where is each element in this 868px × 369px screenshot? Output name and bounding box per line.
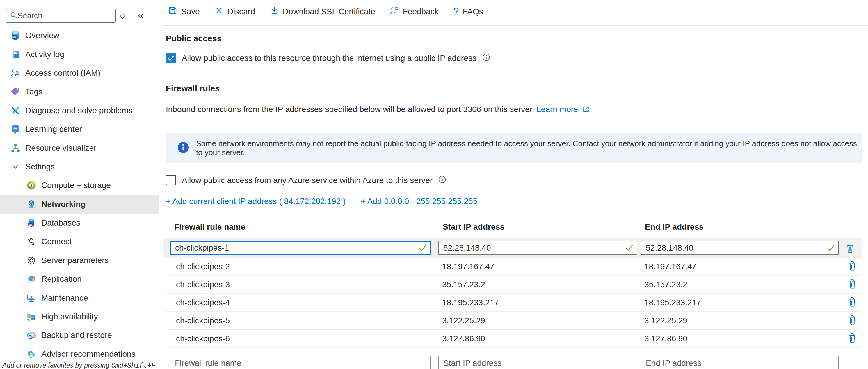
text-caret [174,243,174,252]
command-bar: Save Discard Download SSL Certificate Fe… [168,6,483,17]
replication-icon [26,274,37,284]
table-row: ch-clickpipes-3 35.157.23.2 35.157.23.2 [166,276,862,294]
sidebar-search[interactable] [6,9,116,23]
delete-rule-button[interactable] [848,297,862,309]
banner-text: Some network environments may not report… [196,139,862,157]
rule-name-cell: ch-clickpipes-4 [176,298,442,307]
sidebar-nav: Overview Activity log Access control (IA… [0,26,158,364]
banner-info-icon [178,142,189,155]
sidebar-item-access-control[interactable]: Access control (IAM) [0,64,158,82]
sidebar-item-maintenance[interactable]: Maintenance [0,288,158,307]
end-ip-input-row1 [641,241,839,255]
add-all-ips-link[interactable]: + Add 0.0.0.0 - 255.255.255.255 [361,197,477,206]
delete-rule-button[interactable] [846,243,854,254]
sidebar: ◇ « Overview Activity log Access control… [0,0,158,369]
sidebar-item-backup-restore[interactable]: Backup and restore [0,326,158,344]
external-link-icon [582,105,590,115]
download-icon [270,6,279,17]
question-mark-icon: ? [453,7,459,16]
sidebar-item-compute-storage[interactable]: Compute + storage [0,176,158,195]
sidebar-item-server-parameters[interactable]: Server parameters [0,251,158,270]
delete-rule-button[interactable] [848,315,862,327]
valid-check-icon [418,243,427,253]
new-start-ip-input[interactable] [438,356,637,369]
end-ip-input[interactable] [641,241,839,255]
mysql-server-icon [10,30,21,41]
info-banner: Some network environments may not report… [166,133,862,163]
toolbar-divider [163,25,868,26]
table-row: ch-clickpipes-2 18.197.167.47 18.197.167… [166,258,862,276]
start-ip-cell: 3.122.25.29 [442,316,644,325]
sidebar-item-networking[interactable]: Networking [0,195,158,214]
valid-check-icon [625,243,634,253]
sidebar-item-databases[interactable]: Databases [0,214,158,232]
rule-name-cell: ch-clickpipes-6 [176,334,442,343]
rule-name-input[interactable] [170,241,431,255]
firewall-rules-heading: Firewall rules [166,84,220,93]
sidebar-item-settings[interactable]: Settings [0,157,158,176]
learn-more-link[interactable]: Learn more [536,105,578,114]
sidebar-item-advisor-recommendations[interactable]: Advisor recommendations [0,345,158,364]
search-input[interactable] [18,11,112,20]
feedback-button[interactable]: Feedback [390,6,439,17]
delete-rule-button[interactable] [848,333,862,345]
databases-icon [26,218,37,228]
public-access-checkbox-label: Allow public access to this resource thr… [182,54,476,63]
new-rule-name-field [170,356,431,369]
start-ip-cell: 18.195.233.217 [442,298,644,307]
delete-rule-button[interactable] [848,260,862,273]
diagnose-icon [10,105,21,116]
valid-check-icon [827,243,835,253]
rule-name-cell: ch-clickpipes-5 [176,316,442,325]
add-rule-links: + Add current client IP address ( 84.172… [166,197,477,206]
sidebar-item-connect[interactable]: Connect [0,232,158,251]
networking-icon [26,199,37,210]
new-end-ip-input[interactable] [641,356,839,369]
info-icon[interactable] [438,176,446,185]
feedback-icon [390,6,399,17]
start-ip-cell: 18.197.167.47 [442,262,644,271]
sidebar-item-overview[interactable]: Overview [0,26,158,45]
resource-visualizer-icon [10,143,21,153]
save-button[interactable]: Save [168,6,200,17]
public-access-checkbox[interactable] [166,53,176,63]
pin-pane-icon[interactable]: ◇ [120,12,125,20]
new-start-ip-field [438,356,637,369]
discard-button[interactable]: Discard [214,6,255,17]
start-ip-input[interactable] [438,241,637,255]
rule-name-cell: ch-clickpipes-2 [176,262,442,271]
start-ip-input-row1 [438,241,637,255]
info-icon[interactable] [482,53,490,63]
public-access-checkbox-row: Allow public access to this resource thr… [166,53,490,63]
rule-name-input-row1 [170,241,431,255]
sidebar-item-diagnose[interactable]: Diagnose and solve problems [0,101,158,120]
learning-center-icon [10,124,21,134]
end-ip-cell: 18.195.233.217 [644,298,848,307]
search-icon [9,11,18,20]
collapse-sidebar-icon[interactable]: « [138,9,144,21]
activity-log-icon [10,49,21,60]
sidebar-item-replication[interactable]: Replication [0,270,158,288]
new-rule-name-input[interactable] [170,356,431,369]
favorites-hint: Add or remove favorites by pressing Cmd+… [2,362,155,369]
download-ssl-certificate-button[interactable]: Download SSL Certificate [270,6,375,17]
add-client-ip-link[interactable]: + Add current client IP address ( 84.172… [166,197,346,206]
delete-rule-button[interactable] [848,278,862,291]
table-row: ch-clickpipes-4 18.195.233.217 18.195.23… [166,294,862,312]
sidebar-item-high-availability[interactable]: High availability [0,307,158,326]
faqs-button[interactable]: ? FAQs [453,7,483,16]
end-ip-cell: 18.197.167.47 [644,262,848,271]
azure-services-checkbox-label: Allow public access from any Azure servi… [182,176,433,185]
sidebar-item-tags[interactable]: Tags [0,82,158,101]
backup-restore-icon [26,330,37,340]
sidebar-item-resource-visualizer[interactable]: Resource visualizer [0,139,158,157]
column-header-rule-name: Firewall rule name [174,222,245,232]
rule-name-cell: ch-clickpipes-3 [176,280,442,289]
end-ip-cell: 3.122.25.29 [644,316,848,325]
azure-services-checkbox[interactable] [166,175,176,185]
sidebar-item-learning-center[interactable]: Learning center [0,120,158,139]
connect-icon [26,236,37,247]
start-ip-cell: 3.127.86.90 [442,334,644,343]
column-header-start-ip: Start IP address [443,222,505,232]
sidebar-item-activity-log[interactable]: Activity log [0,45,158,63]
